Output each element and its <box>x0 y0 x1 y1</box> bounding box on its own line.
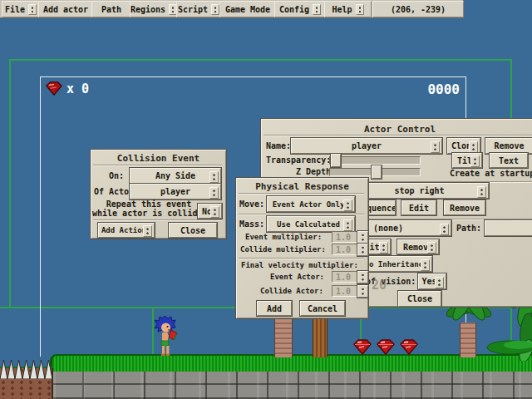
gem-sprite[interactable] <box>399 338 419 356</box>
path-label: Path: <box>456 224 481 233</box>
remove-animation-button[interactable]: Remove <box>444 200 485 215</box>
dropdown-indicator-icon <box>470 155 480 167</box>
lives-count: x 0 <box>66 81 89 96</box>
gem-sprite[interactable] <box>352 338 372 356</box>
dialog-title: Physical Response <box>236 181 368 192</box>
separator <box>239 258 364 259</box>
spinner-icon[interactable] <box>357 285 368 298</box>
watermark-text: 20 <box>372 278 387 293</box>
menu-regions[interactable]: Regions <box>130 1 178 17</box>
event-multiplier-field[interactable]: 1.0 <box>332 231 360 243</box>
tree-trunk-1[interactable] <box>274 314 293 357</box>
z-depth-slider[interactable] <box>329 168 421 176</box>
menu-game-mode[interactable]: Game Mode <box>219 1 276 17</box>
remove-event-button[interactable]: Remove <box>397 239 439 254</box>
transparency-slider[interactable] <box>329 156 421 165</box>
menu-config[interactable]: Config <box>274 1 326 17</box>
collision-side-value: Any Side <box>155 171 195 180</box>
menu-add-actor[interactable]: Add actor <box>38 1 93 17</box>
on-label: On: <box>109 171 124 180</box>
close-button[interactable]: Close <box>169 223 217 238</box>
animation-value: stop right <box>394 186 444 195</box>
brick-ground[interactable] <box>52 372 532 399</box>
separator <box>93 219 222 221</box>
menu-help[interactable]: Help <box>324 1 372 17</box>
move-value: Event Actor Only <box>273 200 345 209</box>
menu-label: Script <box>178 5 208 14</box>
dropdown-indicator-icon <box>427 242 436 254</box>
menu-indicator-icon <box>356 4 364 15</box>
clone-button[interactable]: Clone <box>447 138 480 154</box>
dropdown-indicator-icon <box>379 242 388 254</box>
separator <box>239 193 364 195</box>
inheritance-value: No Inheritance <box>365 260 428 268</box>
menu-path[interactable]: Path <box>91 1 131 17</box>
tile-button[interactable]: Tile <box>452 153 482 168</box>
mass-dropdown[interactable]: Use Calculated <box>267 216 355 232</box>
event-actor-label: Event Actor: <box>270 273 324 281</box>
menu-file[interactable]: File <box>2 1 40 17</box>
remove-actor-button[interactable]: Remove <box>485 138 532 154</box>
animation-dropdown[interactable]: stop right <box>350 183 489 199</box>
player-sprite[interactable] <box>151 315 178 357</box>
cancel-button[interactable]: Cancel <box>300 301 345 316</box>
create-at-startup-label: Create at startup: <box>450 169 532 178</box>
close-button[interactable]: Close <box>398 291 441 307</box>
add-action-label: Add Action <box>101 226 146 234</box>
menu-label: File <box>5 5 25 14</box>
mouse-coordinates: (206, -239) <box>372 1 464 17</box>
score-display: 0000 <box>411 81 460 97</box>
dropdown-indicator-icon <box>421 259 430 271</box>
region-border-top <box>9 59 512 61</box>
mass-value: Use Calculated <box>277 220 340 229</box>
add-action-button[interactable]: Add Action <box>98 223 155 238</box>
spinner-icon[interactable] <box>357 244 368 256</box>
ground-frond[interactable] <box>482 337 532 357</box>
dropdown-indicator-icon <box>440 224 449 235</box>
add-button[interactable]: Add <box>257 301 292 316</box>
menu-script[interactable]: Script <box>176 1 221 17</box>
region-border-left <box>9 59 11 308</box>
collide-actor-field[interactable]: 1.0 <box>332 285 360 297</box>
collision-event-dialog: Collision Event On: Any Side Of Actor: p… <box>90 149 227 239</box>
edit-animation-button[interactable]: Edit <box>401 200 436 215</box>
event-multiplier-label: Event multiplier: <box>245 233 322 241</box>
dropdown-indicator-icon <box>210 206 219 218</box>
dropdown-indicator-icon <box>469 141 478 153</box>
inheritance-dropdown[interactable]: No Inheritance <box>360 256 432 272</box>
menu-indicator-icon <box>313 4 321 15</box>
dropdown-indicator-icon <box>435 277 444 288</box>
gem-sprite[interactable] <box>376 338 396 356</box>
spinner-icon[interactable] <box>357 271 368 283</box>
menu-indicator-icon <box>28 4 37 15</box>
collide-multiplier-field[interactable]: 1.0 <box>332 244 360 255</box>
text-button[interactable]: Text <box>490 153 528 168</box>
spikes-sprite[interactable] <box>0 359 53 379</box>
menu-label: Path <box>101 5 121 14</box>
cancel-button-label: Cancel <box>308 304 337 313</box>
dropdown-indicator-icon <box>431 141 440 153</box>
path-dropdown[interactable] <box>485 220 532 236</box>
menu-label: Help <box>332 5 352 14</box>
dropdown-indicator-icon <box>209 171 219 183</box>
collision-side-dropdown[interactable]: Any Side <box>130 168 221 184</box>
move-dropdown[interactable]: Event Actor Only <box>267 196 355 212</box>
text-button-label: Text <box>499 156 519 165</box>
repeat-label-line1: Repeat this event <box>91 200 207 209</box>
event-dropdown-value: (none) <box>373 224 403 233</box>
z-depth-slider-handle[interactable] <box>372 165 382 179</box>
event-actor-field[interactable]: 1.0 <box>332 271 360 283</box>
repeat-dropdown[interactable]: No <box>198 204 222 219</box>
tree-trunk-2[interactable] <box>313 314 328 357</box>
dropdown-indicator-icon <box>343 219 352 231</box>
collision-actor-dropdown[interactable]: player <box>130 184 221 200</box>
separator <box>264 135 532 136</box>
separator <box>239 214 364 215</box>
out-of-vision-dropdown[interactable]: Yes <box>418 273 446 289</box>
add-button-label: Add <box>267 304 282 313</box>
collide-actor-value: 1.0 <box>336 287 351 296</box>
actor-name-dropdown[interactable]: player <box>291 138 442 154</box>
menu-label: Add actor <box>43 5 88 14</box>
transparency-slider-handle[interactable] <box>331 154 341 167</box>
spinner-icon[interactable] <box>357 231 368 244</box>
